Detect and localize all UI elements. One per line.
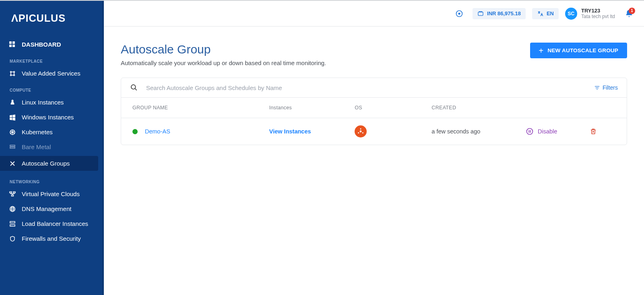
sidebar-item-label: Load Balancer Instances: [22, 220, 88, 227]
sidebar-item-label: Windows Instances: [22, 114, 74, 121]
windows-icon: [9, 114, 16, 121]
dashboard-icon: [9, 41, 16, 48]
col-os: OS: [355, 105, 431, 111]
user-menu[interactable]: SC TRY123 Tata tech pvt ltd: [565, 8, 615, 20]
col-instances: Instances: [269, 105, 355, 111]
user-name: TRY123: [581, 8, 615, 14]
language-label: EN: [547, 10, 554, 16]
svg-point-23: [360, 131, 362, 133]
page-content: Autoscale Group Automatically scale your…: [104, 27, 644, 295]
svg-point-27: [526, 129, 533, 135]
sidebar: ΛPICULUS DASHBOARD MARKETPLACE Value Add…: [0, 1, 104, 295]
svg-rect-1: [9, 41, 12, 44]
sidebar-item-label: Virtual Private Clouds: [22, 191, 80, 197]
sidebar-item-vas[interactable]: Value Added Services: [0, 66, 104, 81]
sidebar-item-label: Kubernetes: [22, 129, 53, 135]
svg-point-8: [14, 74, 15, 76]
topbar: INR 86,975.18 EN SC TRY123 Tata tech pvt…: [104, 1, 644, 27]
vpc-icon: [9, 191, 16, 197]
notification-badge: 1: [629, 8, 635, 14]
user-org: Tata tech pvt ltd: [581, 14, 615, 19]
sidebar-item-dns[interactable]: DNS Management: [0, 201, 104, 216]
brand-logo[interactable]: ΛPICULUS: [0, 1, 104, 37]
language-chip[interactable]: EN: [532, 8, 559, 19]
svg-rect-2: [12, 41, 15, 44]
filters-button[interactable]: Filters: [594, 84, 618, 91]
new-button-label: NEW AUTOSCALE GROUP: [547, 47, 618, 53]
new-autoscale-button[interactable]: + NEW AUTOSCALE GROUP: [530, 43, 627, 58]
sidebar-item-lb[interactable]: Load Balancer Instances: [0, 216, 104, 231]
search-input[interactable]: [145, 84, 594, 92]
svg-point-25: [358, 132, 359, 133]
svg-point-20: [458, 12, 460, 14]
svg-point-7: [10, 74, 12, 76]
sidebar-item-linux[interactable]: Linux Instances: [0, 95, 104, 110]
sidebar-item-vpc[interactable]: Virtual Private Clouds: [0, 186, 104, 201]
col-groupname: GROUP NAME: [132, 105, 269, 111]
sidebar-item-autoscale[interactable]: Autoscale Groups: [0, 156, 98, 171]
firewall-icon: [9, 236, 16, 242]
avatar: SC: [565, 8, 577, 20]
notifications-button[interactable]: 1: [625, 9, 634, 18]
ubuntu-icon: [355, 125, 367, 137]
svg-rect-3: [9, 45, 12, 47]
col-created: CREATED: [431, 105, 526, 111]
table-row: Demo-AS View Instances a few seconds ago…: [121, 118, 627, 145]
vas-icon: [9, 70, 16, 77]
svg-rect-11: [10, 147, 15, 148]
svg-point-22: [131, 85, 136, 89]
svg-point-24: [360, 128, 361, 129]
sidebar-item-firewall[interactable]: Firewalls and Security: [0, 231, 104, 246]
svg-rect-17: [10, 221, 15, 223]
sidebar-heading-marketplace: MARKETPLACE: [0, 52, 104, 66]
disable-button[interactable]: Disable: [526, 127, 590, 135]
autoscale-icon: [9, 160, 16, 167]
status-dot-active: [132, 129, 138, 134]
svg-point-5: [10, 71, 12, 72]
search-icon: [130, 84, 138, 92]
sidebar-item-label: Firewalls and Security: [22, 235, 81, 242]
sidebar-item-label: Bare Metal: [22, 143, 51, 150]
sidebar-item-label: Value Added Services: [22, 70, 80, 77]
svg-point-26: [362, 132, 363, 133]
svg-rect-4: [12, 45, 15, 47]
balance-label: INR 86,975.18: [487, 10, 521, 16]
table-header: GROUP NAME Instances OS CREATED: [121, 98, 627, 118]
created-label: a few seconds ago: [431, 128, 526, 135]
loadbalancer-icon: [9, 221, 16, 227]
sidebar-item-baremetal[interactable]: Bare Metal: [0, 139, 104, 154]
help-button[interactable]: [452, 7, 466, 20]
svg-point-6: [14, 71, 15, 72]
dns-icon: [9, 206, 16, 212]
sidebar-item-label: DASHBOARD: [22, 41, 61, 48]
sidebar-item-label: Linux Instances: [22, 99, 64, 106]
sidebar-item-label: DNS Management: [22, 205, 71, 212]
svg-rect-13: [13, 192, 15, 193]
svg-rect-12: [10, 192, 12, 193]
svg-rect-18: [10, 225, 15, 226]
svg-text:ΛPICULUS: ΛPICULUS: [11, 12, 66, 24]
kubernetes-icon: [9, 129, 16, 135]
svg-rect-10: [10, 145, 15, 146]
sidebar-item-windows[interactable]: Windows Instances: [0, 110, 104, 125]
baremetal-icon: [9, 144, 16, 150]
svg-rect-14: [12, 195, 14, 196]
sidebar-heading-compute: COMPUTE: [0, 81, 104, 95]
sidebar-item-dashboard[interactable]: DASHBOARD: [0, 37, 104, 52]
group-name-link[interactable]: Demo-AS: [145, 128, 170, 135]
disable-label: Disable: [538, 128, 557, 135]
view-instances-link[interactable]: View Instances: [269, 128, 311, 135]
search-row: Filters: [121, 78, 627, 98]
delete-button[interactable]: [590, 128, 615, 135]
sidebar-heading-networking: NETWORKING: [0, 172, 104, 186]
balance-chip[interactable]: INR 86,975.18: [473, 8, 526, 19]
filters-label: Filters: [603, 84, 618, 91]
autoscale-table-card: Filters GROUP NAME Instances OS CREATED …: [121, 78, 627, 145]
page-title: Autoscale Group: [121, 43, 326, 56]
linux-icon: [9, 99, 16, 106]
sidebar-item-label: Autoscale Groups: [22, 160, 70, 167]
main-area: INR 86,975.18 EN SC TRY123 Tata tech pvt…: [104, 1, 644, 295]
sidebar-item-kubernetes[interactable]: Kubernetes: [0, 125, 104, 139]
page-subtitle: Automatically scale your workload up or …: [121, 59, 326, 66]
